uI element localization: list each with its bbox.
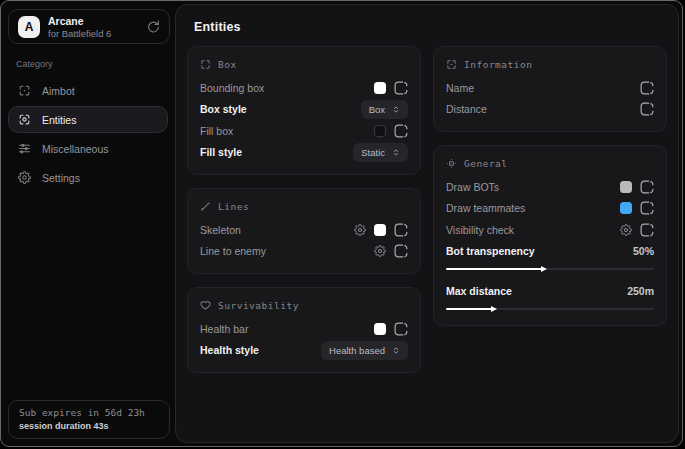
box-style-dropdown[interactable]: Box xyxy=(361,100,408,119)
color-swatch[interactable] xyxy=(620,181,632,193)
row-label: Box style xyxy=(200,103,247,115)
color-swatch[interactable] xyxy=(374,125,386,137)
panel-box: Box Bounding box Box style xyxy=(187,46,421,175)
sidebar-item-label: Entities xyxy=(42,114,76,126)
checkbox[interactable] xyxy=(640,81,654,95)
panel-information: Information Name Distance xyxy=(433,46,667,132)
checkbox[interactable] xyxy=(640,201,654,215)
checkbox[interactable] xyxy=(394,124,408,138)
color-swatch[interactable] xyxy=(374,224,386,236)
row-label: Health style xyxy=(200,344,259,356)
sub-expiry-text: Sub expires in 56d 23h xyxy=(19,407,159,418)
row-settings-gear-icon[interactable] xyxy=(354,224,366,236)
focus-grid-icon xyxy=(446,158,457,169)
slider-fill xyxy=(446,268,542,270)
left-column: Box Bounding box Box style xyxy=(187,46,421,373)
panel-lines: Lines Skeleton xyxy=(187,188,421,274)
row-draw-bots: Draw BOTs xyxy=(446,176,654,198)
row-label: Distance xyxy=(446,103,487,115)
heart-icon xyxy=(200,300,211,311)
panel-general: General Draw BOTs Draw teammates xyxy=(433,145,667,326)
panel-lines-header: Lines xyxy=(200,201,408,212)
dropdown-value: Box xyxy=(369,104,385,115)
crosshair-icon xyxy=(18,84,31,97)
sidebar-nav: Aimbot Entities Miscellaneous Settings xyxy=(1,77,175,191)
sidebar-item-label: Settings xyxy=(42,172,80,184)
checkbox[interactable] xyxy=(394,244,408,258)
page-title: Entities xyxy=(194,20,241,34)
row-line-to-enemy: Line to enemy xyxy=(200,241,408,263)
row-fill-style: Fill style Static xyxy=(200,142,408,164)
checkbox[interactable] xyxy=(394,81,408,95)
right-column: Information Name Distance xyxy=(433,46,667,373)
row-bounding-box: Bounding box xyxy=(200,77,408,99)
row-skeleton: Skeleton xyxy=(200,219,408,241)
sidebar-item-settings[interactable]: Settings xyxy=(8,164,168,191)
color-swatch[interactable] xyxy=(374,82,386,94)
app-subtitle: for Battlefield 6 xyxy=(48,28,111,39)
panel-information-header: Information xyxy=(446,59,654,70)
fill-style-dropdown[interactable]: Static xyxy=(353,143,408,162)
sidebar-item-label: Miscellaneous xyxy=(42,143,109,155)
max-distance-slider[interactable] xyxy=(446,308,654,310)
dropdown-value: Health based xyxy=(329,345,385,356)
row-label: Health bar xyxy=(200,323,248,335)
color-swatch[interactable] xyxy=(620,202,632,214)
panel-columns: Box Bounding box Box style xyxy=(187,46,667,373)
row-label: Bounding box xyxy=(200,82,264,94)
sliders-icon xyxy=(18,142,31,155)
row-label: Fill box xyxy=(200,125,233,137)
avatar: A xyxy=(18,16,40,38)
row-label: Line to enemy xyxy=(200,245,266,257)
row-settings-gear-icon[interactable] xyxy=(620,224,632,236)
color-swatch[interactable] xyxy=(374,323,386,335)
slider-value: 50% xyxy=(633,245,654,257)
panel-header-label: Survivability xyxy=(218,300,299,311)
row-label: Skeleton xyxy=(200,224,241,236)
checkbox[interactable] xyxy=(394,322,408,336)
row-label: Max distance xyxy=(446,285,512,297)
checkbox[interactable] xyxy=(394,223,408,237)
account-card: A Arcane for Battlefield 6 xyxy=(8,9,170,44)
box-frame-icon xyxy=(200,59,211,70)
sidebar-item-miscellaneous[interactable]: Miscellaneous xyxy=(8,135,168,162)
row-box-style: Box style Box xyxy=(200,99,408,121)
health-style-dropdown[interactable]: Health based xyxy=(321,341,408,360)
row-label: Draw teammates xyxy=(446,202,525,214)
refresh-icon[interactable] xyxy=(147,20,160,33)
main-panel: Entities Box Bounding box xyxy=(175,4,679,443)
row-settings-gear-icon[interactable] xyxy=(374,245,386,257)
row-fill-box: Fill box xyxy=(200,120,408,142)
row-label: Name xyxy=(446,82,474,94)
slider-thumb[interactable] xyxy=(541,266,547,272)
panel-survivability-header: Survivability xyxy=(200,300,408,311)
row-visibility-check: Visibility check xyxy=(446,219,654,241)
panel-header-label: Information xyxy=(464,59,532,70)
sidebar: A Arcane for Battlefield 6 Category Aimb… xyxy=(1,1,175,446)
slider-thumb[interactable] xyxy=(491,306,497,312)
subscription-card: Sub expires in 56d 23h session duration … xyxy=(8,400,170,439)
bot-transparency-slider[interactable] xyxy=(446,268,654,270)
app-name: Arcane xyxy=(48,15,111,27)
chevrons-up-down-icon xyxy=(392,105,400,114)
row-draw-teammates: Draw teammates xyxy=(446,198,654,220)
chevrons-up-down-icon xyxy=(392,346,400,355)
checkbox[interactable] xyxy=(640,223,654,237)
row-health-style: Health style Health based xyxy=(200,340,408,362)
checkbox[interactable] xyxy=(640,102,654,116)
row-max-distance: Max distance 250m xyxy=(446,280,654,302)
app-window: A Arcane for Battlefield 6 Category Aimb… xyxy=(0,0,683,447)
sidebar-item-aimbot[interactable]: Aimbot xyxy=(8,77,168,104)
sidebar-item-label: Aimbot xyxy=(42,85,75,97)
row-label: Visibility check xyxy=(446,224,514,236)
row-distance: Distance xyxy=(446,99,654,121)
slider-value: 250m xyxy=(627,285,654,297)
row-name: Name xyxy=(446,77,654,99)
checkbox[interactable] xyxy=(640,180,654,194)
panel-header-label: Box xyxy=(218,59,237,70)
account-text: Arcane for Battlefield 6 xyxy=(48,15,111,39)
chevrons-up-down-icon xyxy=(392,148,400,157)
sidebar-item-entities[interactable]: Entities xyxy=(8,106,168,133)
row-label: Bot transpenency xyxy=(446,245,535,257)
panel-general-header: General xyxy=(446,158,654,169)
